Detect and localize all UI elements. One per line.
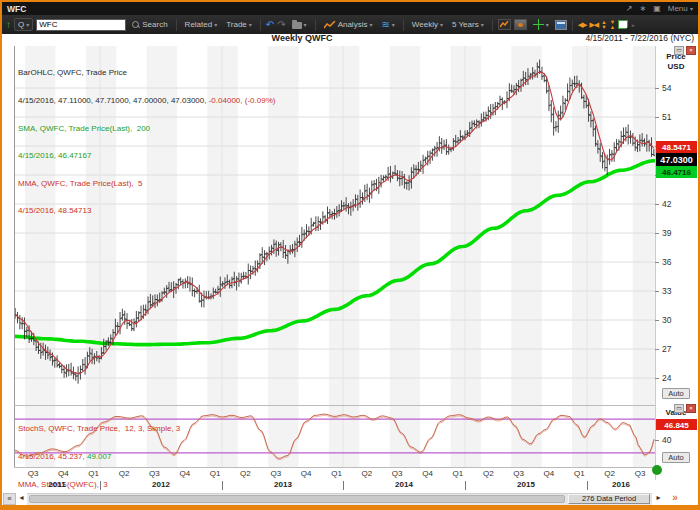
quarter-label: Q4 — [418, 469, 438, 478]
last-price-flag: 47.0300 — [656, 153, 697, 166]
scrollbar-thumb[interactable] — [29, 495, 565, 503]
stoch-auto-scale-button[interactable]: Auto — [662, 452, 690, 463]
price-tick-label: 39 — [662, 228, 671, 238]
quarter-label: Q4 — [539, 469, 559, 478]
panel-layout-button[interactable] — [555, 20, 567, 30]
saved-views-button[interactable]: ▾ — [289, 19, 310, 30]
zoom-box-icon[interactable] — [618, 20, 628, 29]
search-button[interactable]: Search — [129, 19, 170, 30]
scroll-far-right-button[interactable]: » — [665, 493, 685, 505]
price-tick-label: 42 — [662, 199, 671, 209]
sma-price-flag: 46.4716 — [656, 166, 697, 178]
folder-icon — [292, 22, 302, 29]
related-menu[interactable]: Related ▾ — [182, 19, 221, 30]
stoch-panel-close-icon[interactable]: × — [686, 404, 696, 413]
chevron-down-icon: ▾ — [26, 22, 29, 28]
price-auto-scale-button[interactable]: Auto — [662, 388, 690, 399]
scroll-step-left-button[interactable]: ◂ — [17, 493, 26, 505]
chevron-down-icon: ▾ — [304, 22, 307, 28]
scroll-step-right-button[interactable]: ▸ — [654, 493, 663, 505]
quarter-label: Q3 — [509, 469, 529, 478]
quarter-label: Q3 — [630, 469, 650, 478]
tick-mark — [655, 349, 659, 350]
value-tick-label: 40 — [662, 435, 671, 445]
crosshair-icon — [533, 19, 544, 30]
toolbar: ↑ Q ▾ Search Related ▾ Trade ▾ ↶ ↷ ▾ Ana… — [2, 15, 698, 34]
favorite-icon[interactable]: ∗ — [639, 5, 646, 13]
period-dropdown[interactable]: Weekly ▾ — [409, 19, 446, 30]
year-label: 2013 — [263, 480, 303, 489]
expand-vertical-icon[interactable]: ▲ ▼ — [601, 20, 606, 29]
stochastic-chart-canvas[interactable] — [14, 406, 655, 468]
price-tick-label: 54 — [662, 83, 671, 93]
status-dot — [652, 465, 662, 475]
chart-style-button[interactable] — [498, 19, 511, 30]
year-label: 2015 — [506, 480, 546, 489]
scroll-far-left-button[interactable]: « — [3, 493, 16, 505]
price-tick-label: 51 — [662, 112, 671, 122]
price-tick-label: 27 — [662, 344, 671, 354]
compare-waves-button[interactable]: ≋ ▾ — [378, 19, 397, 31]
stoch-value-flag: 46.845 — [656, 419, 697, 430]
chevron-down-icon: ▾ — [392, 22, 395, 28]
price-axis-units: USD — [655, 62, 697, 71]
price-panel-restore-icon[interactable]: ▭ — [674, 46, 684, 55]
chevron-down-icon: ▾ — [481, 22, 484, 28]
price-panel-close-icon[interactable]: × — [686, 46, 696, 55]
menu-button[interactable]: Menu ▾ — [668, 4, 693, 13]
crosshair-button[interactable]: ▾ — [530, 18, 552, 31]
expand-horizontal-icon[interactable]: ◀▶ — [578, 21, 587, 29]
symbol-input[interactable] — [36, 19, 126, 31]
analysis-menu[interactable]: Analysis ▾ — [321, 19, 376, 30]
year-divider — [343, 481, 344, 490]
redo-icon[interactable]: ↷ — [277, 20, 285, 29]
search-icon — [132, 21, 140, 29]
app-window: WFC ↗ ∗ ▣ Menu ▾ ↑ Q ▾ Search Related ▾ — [0, 0, 700, 510]
window-mode-icon[interactable]: ▣ — [653, 5, 661, 13]
symbol-up-icon[interactable]: ↑ — [6, 20, 11, 30]
toolbar-overflow-icon[interactable]: » — [631, 22, 634, 28]
titlebar[interactable]: WFC ↗ ∗ ▣ Menu ▾ — [2, 2, 698, 15]
collapse-horizontal-icon[interactable]: ▶◀ — [589, 21, 598, 29]
quarter-label: Q3 — [266, 469, 286, 478]
quarter-label: Q2 — [235, 469, 255, 478]
year-divider — [587, 481, 588, 490]
quarter-label: Q4 — [296, 469, 316, 478]
price-tick-label: 33 — [662, 286, 671, 296]
data-period-button[interactable]: 276 Data Period — [568, 494, 650, 504]
quote-type-dropdown[interactable]: Q ▾ — [14, 18, 33, 31]
trade-menu[interactable]: Trade ▾ — [223, 19, 255, 30]
quarter-label: Q2 — [478, 469, 498, 478]
stoch-panel-restore-icon[interactable]: ▭ — [674, 404, 684, 413]
chart-title: Weekly QWFC — [2, 33, 602, 43]
separator — [176, 19, 177, 31]
separator — [572, 19, 573, 31]
separator — [315, 19, 316, 31]
tick-mark — [655, 262, 659, 263]
quarter-label: Q4 — [175, 469, 195, 478]
hourglass-icon[interactable]: ▼ ▲ — [610, 20, 615, 29]
pop-out-icon[interactable]: ↗ — [626, 5, 633, 13]
tick-mark — [655, 291, 659, 292]
year-divider — [465, 481, 466, 490]
undo-icon[interactable]: ↶ — [266, 20, 274, 29]
quarter-label: Q2 — [114, 469, 134, 478]
price-tick-label: 24 — [662, 373, 671, 383]
range-dropdown[interactable]: 5 Years ▾ — [449, 19, 487, 30]
quarter-label: Q1 — [569, 469, 589, 478]
chart-image-button[interactable] — [514, 19, 527, 30]
year-divider — [222, 481, 223, 490]
tick-mark — [655, 440, 659, 441]
waves-icon: ≋ — [381, 20, 389, 30]
quarter-label: Q2 — [357, 469, 377, 478]
year-label: 2012 — [141, 480, 181, 489]
price-tick-label: 30 — [662, 315, 671, 325]
quarter-label: Q1 — [327, 469, 347, 478]
quarter-label: Q3 — [23, 469, 43, 478]
price-chart-canvas[interactable] — [14, 46, 655, 406]
chevron-down-icon: ▾ — [214, 22, 217, 28]
mma-price-flag: 48.5471 — [656, 141, 697, 153]
tick-mark — [655, 233, 659, 234]
chevron-down-icon: ▾ — [249, 22, 252, 28]
tick-mark — [655, 378, 659, 379]
